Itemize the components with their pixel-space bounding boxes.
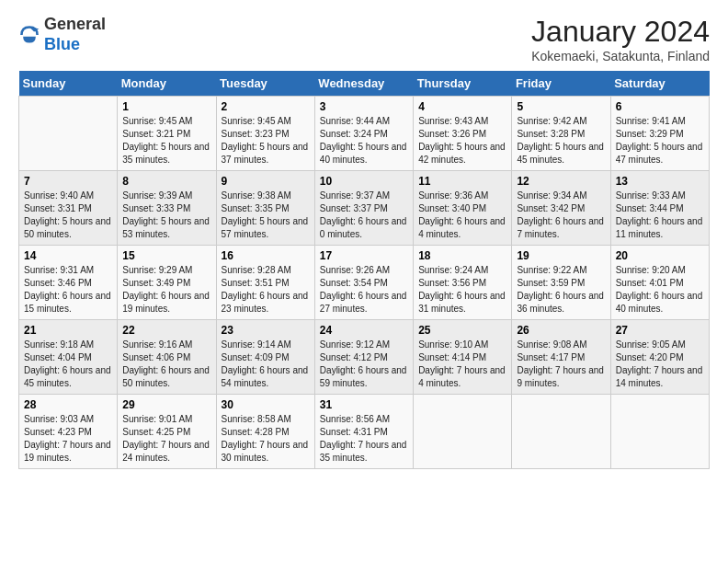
calendar-cell: 25Sunrise: 9:10 AMSunset: 4:14 PMDayligh… [414, 320, 512, 395]
calendar-cell: 30Sunrise: 8:58 AMSunset: 4:28 PMDayligh… [216, 395, 314, 469]
location-subtitle: Kokemaeki, Satakunta, Finland [531, 49, 710, 63]
calendar-cell: 22Sunrise: 9:16 AMSunset: 4:06 PMDayligh… [118, 320, 216, 395]
day-number: 16 [222, 249, 310, 262]
calendar-cell: 23Sunrise: 9:14 AMSunset: 4:09 PMDayligh… [216, 320, 314, 395]
day-info: Sunrise: 9:41 AMSunset: 3:29 PMDaylight:… [616, 115, 704, 167]
calendar-cell: 13Sunrise: 9:33 AMSunset: 3:44 PMDayligh… [610, 171, 709, 246]
day-number: 15 [122, 249, 210, 262]
logo-blue: Blue [44, 35, 80, 53]
day-info: Sunrise: 8:58 AMSunset: 4:28 PMDaylight:… [222, 413, 310, 465]
day-info: Sunrise: 9:36 AMSunset: 3:40 PMDaylight:… [418, 190, 506, 241]
day-number: 13 [616, 175, 704, 188]
month-title: January 2024 [531, 15, 710, 49]
calendar-cell: 3Sunrise: 9:44 AMSunset: 3:24 PMDaylight… [314, 97, 413, 171]
day-info: Sunrise: 9:44 AMSunset: 3:24 PMDaylight:… [320, 115, 408, 167]
calendar-cell [414, 395, 512, 469]
logo: General Blue [18, 15, 106, 54]
week-row-3: 14Sunrise: 9:31 AMSunset: 3:46 PMDayligh… [19, 246, 710, 320]
day-header-wednesday: Wednesday [314, 71, 413, 97]
day-info: Sunrise: 9:39 AMSunset: 3:33 PMDaylight:… [122, 190, 210, 241]
day-header-monday: Monday [118, 71, 216, 97]
calendar-cell: 4Sunrise: 9:43 AMSunset: 3:26 PMDaylight… [414, 97, 512, 171]
calendar-cell: 29Sunrise: 9:01 AMSunset: 4:25 PMDayligh… [118, 395, 216, 469]
day-number: 18 [418, 249, 506, 262]
day-number: 26 [517, 324, 605, 337]
week-row-5: 28Sunrise: 9:03 AMSunset: 4:23 PMDayligh… [19, 395, 710, 469]
day-number: 30 [222, 398, 310, 411]
day-info: Sunrise: 9:01 AMSunset: 4:25 PMDaylight:… [122, 413, 210, 465]
day-info: Sunrise: 9:14 AMSunset: 4:09 PMDaylight:… [222, 339, 310, 390]
day-number: 2 [222, 100, 310, 113]
calendar-table: SundayMondayTuesdayWednesdayThursdayFrid… [18, 71, 710, 469]
day-info: Sunrise: 9:43 AMSunset: 3:26 PMDaylight:… [418, 115, 506, 167]
title-block: January 2024 Kokemaeki, Satakunta, Finla… [531, 15, 710, 63]
day-info: Sunrise: 9:45 AMSunset: 3:21 PMDaylight:… [122, 115, 210, 167]
day-number: 12 [517, 175, 605, 188]
day-info: Sunrise: 9:10 AMSunset: 4:14 PMDaylight:… [418, 339, 506, 390]
day-info: Sunrise: 9:08 AMSunset: 4:17 PMDaylight:… [517, 339, 605, 390]
day-info: Sunrise: 9:33 AMSunset: 3:44 PMDaylight:… [616, 190, 704, 241]
day-info: Sunrise: 9:45 AMSunset: 3:23 PMDaylight:… [222, 115, 310, 167]
calendar-cell: 5Sunrise: 9:42 AMSunset: 3:28 PMDaylight… [512, 97, 610, 171]
day-info: Sunrise: 9:42 AMSunset: 3:28 PMDaylight:… [517, 115, 605, 167]
logo-general: General [44, 15, 106, 33]
calendar-cell: 14Sunrise: 9:31 AMSunset: 3:46 PMDayligh… [19, 246, 118, 320]
day-info: Sunrise: 9:18 AMSunset: 4:04 PMDaylight:… [24, 339, 112, 390]
day-info: Sunrise: 9:29 AMSunset: 3:49 PMDaylight:… [122, 264, 210, 316]
day-number: 3 [320, 100, 408, 113]
logo-text: General Blue [44, 15, 106, 54]
day-number: 24 [320, 324, 408, 337]
week-row-2: 7Sunrise: 9:40 AMSunset: 3:31 PMDaylight… [19, 171, 710, 246]
day-number: 21 [24, 324, 112, 337]
day-info: Sunrise: 9:37 AMSunset: 3:37 PMDaylight:… [320, 190, 408, 241]
day-number: 5 [517, 100, 605, 113]
calendar-cell [19, 97, 118, 171]
day-number: 20 [616, 249, 704, 262]
calendar-cell: 26Sunrise: 9:08 AMSunset: 4:17 PMDayligh… [512, 320, 610, 395]
day-info: Sunrise: 9:24 AMSunset: 3:56 PMDaylight:… [418, 264, 506, 316]
day-info: Sunrise: 9:12 AMSunset: 4:12 PMDaylight:… [320, 339, 408, 390]
day-info: Sunrise: 8:56 AMSunset: 4:31 PMDaylight:… [320, 413, 408, 465]
day-info: Sunrise: 9:26 AMSunset: 3:54 PMDaylight:… [320, 264, 408, 316]
calendar-cell: 31Sunrise: 8:56 AMSunset: 4:31 PMDayligh… [314, 395, 413, 469]
day-number: 19 [517, 249, 605, 262]
day-number: 1 [122, 100, 210, 113]
day-info: Sunrise: 9:16 AMSunset: 4:06 PMDaylight:… [122, 339, 210, 390]
calendar-cell: 1Sunrise: 9:45 AMSunset: 3:21 PMDaylight… [118, 97, 216, 171]
day-header-thursday: Thursday [414, 71, 512, 97]
day-number: 23 [222, 324, 310, 337]
day-number: 8 [122, 175, 210, 188]
calendar-cell: 21Sunrise: 9:18 AMSunset: 4:04 PMDayligh… [19, 320, 118, 395]
day-number: 25 [418, 324, 506, 337]
calendar-cell: 2Sunrise: 9:45 AMSunset: 3:23 PMDaylight… [216, 97, 314, 171]
day-info: Sunrise: 9:40 AMSunset: 3:31 PMDaylight:… [24, 190, 112, 241]
calendar-cell: 16Sunrise: 9:28 AMSunset: 3:51 PMDayligh… [216, 246, 314, 320]
calendar-cell: 19Sunrise: 9:22 AMSunset: 3:59 PMDayligh… [512, 246, 610, 320]
day-number: 17 [320, 249, 408, 262]
day-number: 14 [24, 249, 112, 262]
day-info: Sunrise: 9:34 AMSunset: 3:42 PMDaylight:… [517, 190, 605, 241]
day-info: Sunrise: 9:38 AMSunset: 3:35 PMDaylight:… [222, 190, 310, 241]
calendar-cell: 12Sunrise: 9:34 AMSunset: 3:42 PMDayligh… [512, 171, 610, 246]
calendar-cell: 8Sunrise: 9:39 AMSunset: 3:33 PMDaylight… [118, 171, 216, 246]
calendar-cell: 28Sunrise: 9:03 AMSunset: 4:23 PMDayligh… [19, 395, 118, 469]
day-info: Sunrise: 9:31 AMSunset: 3:46 PMDaylight:… [24, 264, 112, 316]
calendar-cell: 24Sunrise: 9:12 AMSunset: 4:12 PMDayligh… [314, 320, 413, 395]
calendar-cell: 11Sunrise: 9:36 AMSunset: 3:40 PMDayligh… [414, 171, 512, 246]
page-header: General Blue January 2024 Kokemaeki, Sat… [18, 15, 710, 63]
day-number: 11 [418, 175, 506, 188]
calendar-cell: 27Sunrise: 9:05 AMSunset: 4:20 PMDayligh… [610, 320, 709, 395]
calendar-cell: 10Sunrise: 9:37 AMSunset: 3:37 PMDayligh… [314, 171, 413, 246]
day-number: 4 [418, 100, 506, 113]
day-number: 7 [24, 175, 112, 188]
day-headers-row: SundayMondayTuesdayWednesdayThursdayFrid… [19, 71, 710, 97]
calendar-cell: 17Sunrise: 9:26 AMSunset: 3:54 PMDayligh… [314, 246, 413, 320]
calendar-cell [512, 395, 610, 469]
calendar-cell: 20Sunrise: 9:20 AMSunset: 4:01 PMDayligh… [610, 246, 709, 320]
day-header-sunday: Sunday [19, 71, 118, 97]
day-number: 22 [122, 324, 210, 337]
day-info: Sunrise: 9:28 AMSunset: 3:51 PMDaylight:… [222, 264, 310, 316]
calendar-cell: 6Sunrise: 9:41 AMSunset: 3:29 PMDaylight… [610, 97, 709, 171]
day-number: 29 [122, 398, 210, 411]
day-header-tuesday: Tuesday [216, 71, 314, 97]
